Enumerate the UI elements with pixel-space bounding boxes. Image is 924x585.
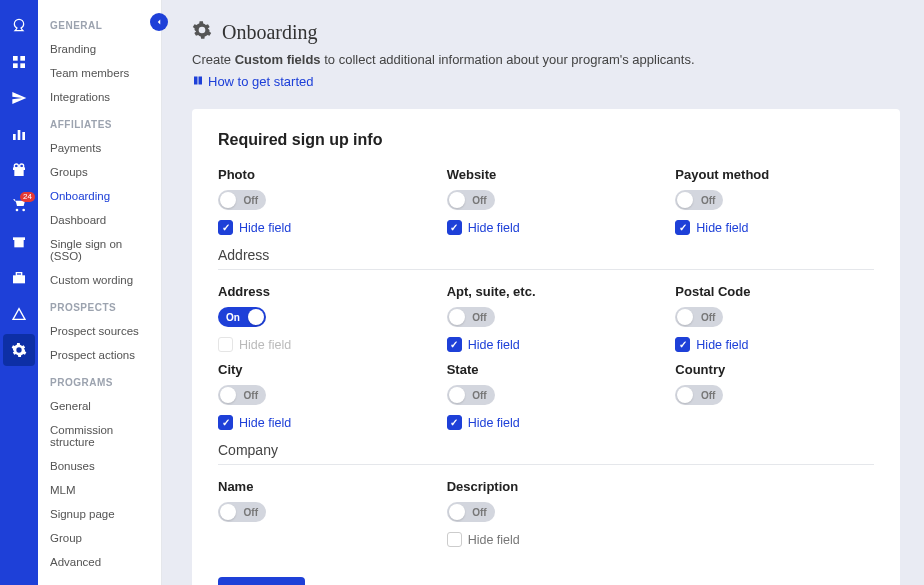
sidebar-item-integrations[interactable]: Integrations: [38, 85, 161, 109]
page-header: Onboarding: [192, 20, 900, 44]
book-icon: [192, 75, 204, 87]
hide-field-checkbox[interactable]: Hide field: [447, 337, 646, 352]
rail-send-icon[interactable]: [3, 82, 35, 114]
field-label: State: [447, 362, 646, 377]
rail-settings-icon[interactable]: [3, 334, 35, 366]
sidebar-item-prospect-actions[interactable]: Prospect actions: [38, 343, 161, 367]
svg-point-10: [14, 164, 18, 168]
sidebar-item-groups[interactable]: Groups: [38, 160, 161, 184]
svg-point-11: [20, 164, 24, 168]
field-col: CountryOff: [675, 362, 874, 430]
field-label: Country: [675, 362, 874, 377]
sidebar-item-commission-structure[interactable]: Commission structure: [38, 418, 161, 454]
svg-rect-9: [18, 167, 19, 176]
toggle-apt-suite-etc-[interactable]: Off: [447, 307, 495, 327]
sidebar-item-bonuses[interactable]: Bonuses: [38, 454, 161, 478]
collapse-sidebar-button[interactable]: [150, 13, 168, 31]
main-content: Onboarding Create Custom fields to colle…: [162, 0, 924, 585]
sidebar-item-payments[interactable]: Payments: [38, 136, 161, 160]
toggle-name[interactable]: Off: [218, 502, 266, 522]
sidebar-section-label: GENERAL: [38, 10, 161, 37]
field-label: Apt, suite, etc.: [447, 284, 646, 299]
field-col: NameOff: [218, 479, 417, 547]
sidebar-item-general[interactable]: General: [38, 394, 161, 418]
sidebar-item-mlm[interactable]: MLM: [38, 478, 161, 502]
page-subtitle: Create Custom fields to collect addition…: [192, 52, 900, 67]
toggle-address[interactable]: On: [218, 307, 266, 327]
field-col: Apt, suite, etc.OffHide field: [447, 284, 646, 352]
sidebar-item-custom-wording[interactable]: Custom wording: [38, 268, 161, 292]
sidebar-item-team-members[interactable]: Team members: [38, 61, 161, 85]
hide-field-checkbox[interactable]: Hide field: [218, 415, 417, 430]
sidebar-item-single-sign-on-sso-[interactable]: Single sign on (SSO): [38, 232, 161, 268]
field-row: CityOffHide fieldStateOffHide fieldCount…: [218, 362, 874, 430]
sidebar-item-prospect-sources[interactable]: Prospect sources: [38, 319, 161, 343]
rail-stats-icon[interactable]: [3, 118, 35, 150]
field-col: StateOffHide field: [447, 362, 646, 430]
rail-cart-icon[interactable]: 24: [3, 190, 35, 222]
toggle-state[interactable]: Off: [447, 385, 495, 405]
rail-briefcase-icon[interactable]: [3, 262, 35, 294]
sidebar-section-label: PROSPECTS: [38, 292, 161, 319]
section-title: Address: [218, 247, 874, 270]
hide-field-checkbox[interactable]: Hide field: [675, 220, 874, 235]
sidebar-item-onboarding[interactable]: Onboarding: [38, 184, 161, 208]
field-label: Photo: [218, 167, 417, 182]
field-label: City: [218, 362, 417, 377]
page-title: Onboarding: [222, 21, 318, 44]
svg-rect-14: [13, 275, 25, 283]
field-col: Postal CodeOffHide field: [675, 284, 874, 352]
toggle-website[interactable]: Off: [447, 190, 495, 210]
gear-icon: [192, 20, 212, 44]
svg-rect-4: [13, 134, 16, 140]
card-heading: Required sign up info: [218, 131, 874, 149]
icon-rail: 24: [0, 0, 38, 585]
rail-triangle-icon[interactable]: [3, 298, 35, 330]
hide-field-checkbox[interactable]: Hide field: [447, 532, 646, 547]
hide-field-checkbox[interactable]: Hide field: [218, 220, 417, 235]
field-label: Payout method: [675, 167, 874, 182]
rail-badge: 24: [20, 192, 35, 202]
hide-field-checkbox[interactable]: Hide field: [447, 220, 646, 235]
toggle-postal-code[interactable]: Off: [675, 307, 723, 327]
sidebar-item-signup-page[interactable]: Signup page: [38, 502, 161, 526]
toggle-city[interactable]: Off: [218, 385, 266, 405]
sidebar-item-branding[interactable]: Branding: [38, 37, 161, 61]
sidebar-item-group[interactable]: Group: [38, 526, 161, 550]
rail-dashboard-icon[interactable]: [3, 46, 35, 78]
sidebar-item-advanced[interactable]: Advanced: [38, 550, 161, 574]
toggle-country[interactable]: Off: [675, 385, 723, 405]
svg-rect-12: [13, 237, 25, 240]
toggle-description[interactable]: Off: [447, 502, 495, 522]
rail-logo[interactable]: [3, 10, 35, 42]
field-label: Postal Code: [675, 284, 874, 299]
svg-rect-13: [14, 240, 23, 247]
help-link[interactable]: How to get started: [192, 74, 314, 89]
field-col: Payout methodOffHide field: [675, 167, 874, 235]
settings-sidebar: GENERALBrandingTeam membersIntegrationsA…: [38, 0, 162, 585]
toggle-payout-method[interactable]: Off: [675, 190, 723, 210]
field-label: Address: [218, 284, 417, 299]
toggle-photo[interactable]: Off: [218, 190, 266, 210]
hide-field-checkbox[interactable]: Hide field: [675, 337, 874, 352]
sidebar-item-dashboard[interactable]: Dashboard: [38, 208, 161, 232]
field-col: PhotoOffHide field: [218, 167, 417, 235]
field-label: Name: [218, 479, 417, 494]
field-col: DescriptionOffHide field: [447, 479, 646, 547]
svg-rect-1: [20, 56, 25, 61]
hide-field-checkbox: Hide field: [218, 337, 417, 352]
field-col: AddressOnHide field: [218, 284, 417, 352]
svg-rect-3: [20, 63, 25, 68]
save-button[interactable]: Save: [218, 577, 305, 585]
sidebar-section-label: PROGRAMS: [38, 367, 161, 394]
svg-rect-0: [13, 56, 18, 61]
svg-rect-15: [16, 273, 21, 276]
svg-rect-5: [18, 130, 21, 140]
rail-archive-icon[interactable]: [3, 226, 35, 258]
field-label: Description: [447, 479, 646, 494]
required-info-card: Required sign up info PhotoOffHide field…: [192, 109, 900, 585]
rail-gift-icon[interactable]: [3, 154, 35, 186]
field-row: NameOffDescriptionOffHide field: [218, 479, 874, 547]
hide-field-checkbox[interactable]: Hide field: [447, 415, 646, 430]
field-row: PhotoOffHide fieldWebsiteOffHide fieldPa…: [218, 167, 874, 235]
